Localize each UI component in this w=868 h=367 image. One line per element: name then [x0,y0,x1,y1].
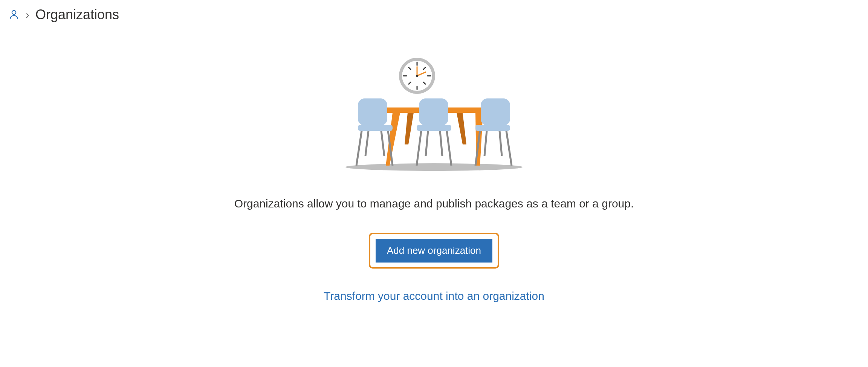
person-icon[interactable] [8,9,20,20]
svg-marker-18 [405,113,414,144]
svg-rect-32 [481,98,510,126]
svg-rect-27 [417,125,451,131]
chevron-right-icon: › [26,8,29,21]
svg-line-36 [484,131,487,156]
organizations-description: Organizations allow you to manage and pu… [0,197,868,210]
svg-rect-21 [358,125,393,131]
breadcrumb-bar: › Organizations [0,0,868,31]
svg-line-31 [440,131,442,156]
svg-point-14 [416,75,418,77]
add-organization-highlight: Add new organization [369,233,499,269]
svg-line-35 [506,131,512,166]
svg-line-30 [426,131,428,156]
svg-line-28 [417,131,421,166]
svg-marker-19 [457,113,466,144]
svg-rect-20 [358,98,387,126]
svg-line-29 [447,131,451,166]
svg-rect-33 [475,125,510,131]
transform-account-link[interactable]: Transform your account into an organizat… [324,290,544,303]
svg-line-25 [381,131,384,156]
svg-line-24 [365,131,368,156]
organizations-illustration [344,58,524,171]
breadcrumb-current: Organizations [35,7,119,23]
svg-point-1 [345,163,523,171]
svg-line-37 [500,131,502,156]
svg-marker-16 [386,113,400,166]
add-organization-button[interactable]: Add new organization [376,239,492,263]
svg-rect-26 [419,98,448,126]
svg-line-22 [356,131,362,166]
main-content: Organizations allow you to manage and pu… [0,31,868,303]
svg-point-0 [12,11,16,15]
